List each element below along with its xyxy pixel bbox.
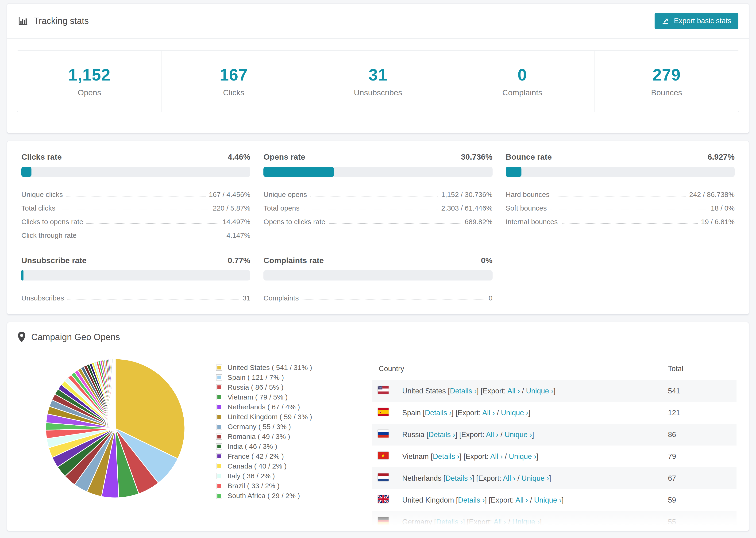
geo-table-row-germany: Germany [Details ›] [Export: All › / Uni… [372,511,736,531]
legend-label: United States ( 541 / 31% ) [228,364,312,372]
dotted-leader [550,210,707,210]
rate-title: Bounce rate [506,152,552,161]
export-all-link[interactable]: All › [486,430,499,439]
progress-track [506,167,735,177]
rate-value: 0% [481,256,493,265]
country-name: Germany [402,518,434,526]
export-unique-link[interactable]: Unique › [521,474,549,482]
dotted-leader [67,299,239,300]
tracking-stats-body: 1,152Opens167Clicks31Unsubscribes0Compla… [7,39,749,133]
legend-label: Netherlands ( 67 / 4% ) [228,403,300,411]
legend-label: Spain ( 121 / 7% ) [228,373,284,381]
legend-item-spain[interactable]: Spain ( 121 / 7% ) [216,372,357,382]
legend-item-germany[interactable]: Germany ( 55 / 3% ) [216,422,357,432]
stat-box-complaints: 0Complaints [450,50,595,112]
rate-row-value: 19 / 6.81% [701,218,735,226]
export-unique-link[interactable]: Unique › [512,518,540,526]
legend-item-brazil[interactable]: Brazil ( 33 / 2% ) [216,481,357,491]
export-all-link[interactable]: All › [494,518,506,526]
export-basic-stats-button[interactable]: Export basic stats [655,13,738,29]
export-all-link[interactable]: All › [490,452,503,460]
slash: / [515,474,521,482]
stat-label: Clicks [223,88,244,97]
export-all-link[interactable]: All › [482,409,495,417]
details-link[interactable]: Details › [445,474,472,482]
legend-label: Germany ( 55 / 3% ) [228,423,291,431]
rate-row: Soft bounces18 / 0% [506,198,735,212]
bracket: ] [528,409,531,417]
export-unique-link[interactable]: Unique › [509,452,536,460]
export-all-link[interactable]: All › [507,387,520,395]
rates-card: Clicks rate4.46%Unique clicks167 / 4.456… [7,141,749,314]
rate-row-label: Hard bounces [506,190,550,198]
bracket: [ [456,496,458,504]
geo-opens-header: Campaign Geo Opens [7,322,749,352]
progress-fill [21,167,31,177]
pie-slice-other[interactable] [115,359,115,428]
legend-item-italy[interactable]: Italy ( 36 / 2% ) [216,471,357,481]
country-total: 67 [661,467,736,489]
geo-table-header-row: Country Total [372,358,736,380]
export-unique-link[interactable]: Unique › [534,496,562,504]
export-all-link[interactable]: All › [503,474,515,482]
geo-table-row-netherlands: Netherlands [Details ›] [Export: All › /… [372,467,736,489]
legend-label: France ( 42 / 2% ) [228,452,284,460]
rate-row-value: 242 / 86.738% [689,190,735,198]
bracket: ] [562,496,564,504]
geo-table-row-russia: Russia [Details ›] [Export: All › / Uniq… [372,424,736,446]
legend-item-united-kingdom[interactable]: United Kingdom ( 59 / 3% ) [216,412,357,422]
details-link[interactable]: Details › [436,518,463,526]
export-prefix: ] [Export: [452,409,482,417]
export-unique-link[interactable]: Unique › [505,430,532,439]
country-name: Vietnam [402,452,431,460]
legend-item-south-africa[interactable]: South Africa ( 29 / 2% ) [216,491,357,501]
export-unique-link[interactable]: Unique › [526,387,553,395]
legend-swatch [216,493,222,499]
stat-row: 1,152Opens167Clicks31Unsubscribes0Compla… [17,50,739,112]
country-total: 121 [661,402,736,424]
legend-item-canada[interactable]: Canada ( 40 / 2% ) [216,461,357,471]
details-link[interactable]: Details › [458,496,485,504]
bar-chart-icon [18,16,28,26]
legend-swatch [216,404,222,410]
export-unique-link[interactable]: Unique › [501,409,528,417]
details-link[interactable]: Details › [450,387,477,395]
details-link[interactable]: Details › [425,409,452,417]
slash: / [528,496,534,504]
bracket: ] [553,387,556,395]
legend-item-russia[interactable]: Russia ( 86 / 5% ) [216,382,357,392]
legend-item-india[interactable]: India ( 46 / 3% ) [216,442,357,452]
rate-row-value: 18 / 0% [711,204,735,212]
legend-label: Brazil ( 33 / 2% ) [228,482,280,490]
stat-value: 1,152 [68,66,111,84]
export-prefix: ] [Export: [485,496,515,504]
legend-item-netherlands[interactable]: Netherlands ( 67 / 4% ) [216,402,357,412]
rate-row-label: Internal bounces [506,218,558,226]
legend-swatch [216,473,222,479]
stat-value: 279 [652,66,681,84]
country-total: 79 [661,446,736,467]
legend-swatch [216,483,222,489]
rate-row-label: Total opens [263,204,299,212]
export-all-link[interactable]: All › [515,496,528,504]
legend-item-romania[interactable]: Romania ( 49 / 3% ) [216,432,357,442]
rate-row-label: Total clicks [21,204,55,212]
rate-row: Total opens2,303 / 61.446% [263,198,492,212]
stat-box-opens: 1,152Opens [17,50,162,112]
details-link[interactable]: Details › [428,430,455,439]
bracket: ] [540,518,542,526]
legend-item-france[interactable]: France ( 42 / 2% ) [216,452,357,461]
details-link[interactable]: Details › [433,452,459,460]
legend-swatch [216,394,222,400]
export-prefix: ] [Export: [463,518,494,526]
rate-block-complaints-rate: Complaints rate0%Complaints0 [263,256,492,302]
slash: / [499,430,505,439]
dotted-leader [310,196,438,196]
rate-row: Unique clicks167 / 4.456% [21,185,250,198]
rate-row: Hard bounces242 / 86.738% [506,185,735,198]
legend-item-vietnam[interactable]: Vietnam ( 79 / 5% ) [216,392,357,402]
slash: / [506,518,512,526]
country-name: Russia [402,430,426,439]
page-title: Tracking stats [33,16,89,26]
legend-item-united-states[interactable]: United States ( 541 / 31% ) [216,363,357,372]
